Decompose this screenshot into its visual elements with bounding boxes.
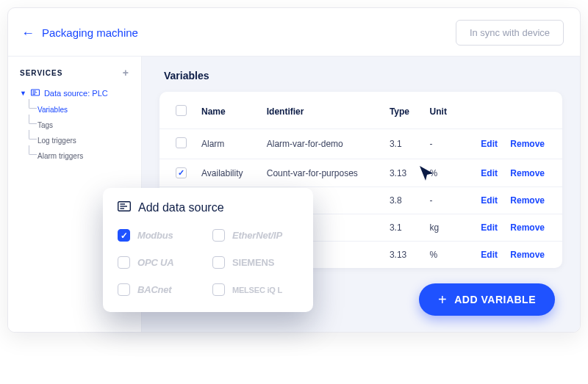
cell-identifier: Alarm-var-for-demo xyxy=(259,129,382,159)
ds-label: SIEMENS xyxy=(232,257,274,268)
ds-label: EtherNet/IP xyxy=(232,230,282,241)
data-source-modbus[interactable]: Modbus xyxy=(118,229,204,242)
modal-title: Add data source xyxy=(138,201,224,214)
services-heading: SERVICES + xyxy=(8,57,141,86)
services-heading-label: SERVICES xyxy=(20,69,62,77)
ds-label: OPC UA xyxy=(137,257,173,268)
sidebar-item-tags[interactable]: Tags xyxy=(37,117,141,133)
remove-link[interactable]: Remove xyxy=(510,250,545,260)
cell-unit: - xyxy=(423,187,459,214)
data-source-ethernetip[interactable]: EtherNet/IP xyxy=(212,229,298,242)
cell-type: 3.13 xyxy=(382,159,423,187)
back-arrow-icon[interactable]: ← xyxy=(21,26,35,40)
data-source-siemens[interactable]: SIEMENS xyxy=(212,256,298,269)
cell-type: 3.13 xyxy=(382,242,423,269)
sidebar-item-variables[interactable]: Variables xyxy=(37,102,141,117)
cell-identifier: Count-var-for-purposes xyxy=(259,159,382,187)
edit-link[interactable]: Edit xyxy=(481,250,498,260)
checkbox-icon[interactable] xyxy=(118,283,130,296)
sidebar-item-label: Log triggers xyxy=(37,137,76,145)
sync-status-button[interactable]: In sync with device xyxy=(456,20,564,46)
data-source-melsec[interactable]: MELSEC iQ L xyxy=(212,283,298,296)
table-row: Alarm Alarm-var-for-demo 3.1 - Edit Remo… xyxy=(159,129,562,159)
form-icon xyxy=(118,201,131,214)
cell-name: Alarm xyxy=(194,129,259,159)
row-checkbox[interactable] xyxy=(176,167,187,178)
remove-link[interactable]: Remove xyxy=(510,139,545,149)
section-title: Variables xyxy=(164,70,562,81)
edit-link[interactable]: Edit xyxy=(481,195,498,206)
sidebar-item-label: Variables xyxy=(37,106,68,114)
remove-link[interactable]: Remove xyxy=(510,168,545,178)
add-data-source-modal: Add data source Modbus EtherNet/IP OPC U… xyxy=(103,188,313,312)
table-header-row: Name Identifier Type Unit xyxy=(159,96,562,129)
cell-unit: kg xyxy=(423,214,459,242)
add-variable-button[interactable]: + ADD VARIABLE xyxy=(419,283,555,316)
caret-down-icon: ▼ xyxy=(20,90,26,97)
cell-unit: % xyxy=(423,159,459,187)
sidebar-root-label: Data source: PLC xyxy=(44,89,108,98)
plus-icon: + xyxy=(438,292,447,307)
sidebar-children: Variables Tags Log triggers Alarm trigge… xyxy=(8,102,141,164)
col-unit: Unit xyxy=(423,96,459,129)
cell-type: 3.8 xyxy=(382,187,423,214)
checkbox-icon[interactable] xyxy=(212,283,225,296)
cell-name: Availability xyxy=(194,159,259,187)
table-row: Availability Count-var-for-purposes 3.13… xyxy=(159,159,562,187)
ds-label: MELSEC iQ L xyxy=(232,286,282,294)
add-variable-label: ADD VARIABLE xyxy=(454,294,536,305)
select-all-checkbox[interactable] xyxy=(176,105,187,116)
data-source-grid: Modbus EtherNet/IP OPC UA SIEMENS BACnet… xyxy=(118,229,298,296)
checkbox-icon[interactable] xyxy=(212,229,225,242)
col-identifier: Identifier xyxy=(259,96,382,129)
modal-header: Add data source xyxy=(118,201,298,214)
ds-label: Modbus xyxy=(137,230,173,241)
col-name: Name xyxy=(194,96,259,129)
edit-link[interactable]: Edit xyxy=(481,222,498,233)
data-source-opcua[interactable]: OPC UA xyxy=(118,256,204,269)
checkbox-icon[interactable] xyxy=(118,256,130,269)
row-checkbox[interactable] xyxy=(176,137,187,148)
header: ← Packaging machine In sync with device xyxy=(8,8,580,56)
page-title[interactable]: Packaging machine xyxy=(42,26,138,39)
add-service-icon[interactable]: + xyxy=(123,67,129,79)
edit-link[interactable]: Edit xyxy=(481,139,498,149)
edit-link[interactable]: Edit xyxy=(481,168,498,178)
checkbox-icon[interactable] xyxy=(118,229,130,242)
cell-unit: % xyxy=(423,242,459,269)
sidebar-item-label: Tags xyxy=(37,121,53,129)
sidebar-item-alarm-triggers[interactable]: Alarm triggers xyxy=(37,148,141,164)
sidebar-item-log-triggers[interactable]: Log triggers xyxy=(37,133,141,148)
form-icon xyxy=(31,89,40,98)
cell-type: 3.1 xyxy=(382,129,423,159)
remove-link[interactable]: Remove xyxy=(510,222,545,233)
remove-link[interactable]: Remove xyxy=(510,195,545,206)
checkbox-icon[interactable] xyxy=(212,256,225,269)
cell-type: 3.1 xyxy=(382,214,423,242)
col-type: Type xyxy=(382,96,423,129)
ds-label: BACnet xyxy=(137,284,171,295)
header-left: ← Packaging machine xyxy=(21,26,138,40)
data-source-bacnet[interactable]: BACnet xyxy=(118,283,204,296)
cell-unit: - xyxy=(423,129,459,159)
sidebar-item-label: Alarm triggers xyxy=(37,152,83,160)
